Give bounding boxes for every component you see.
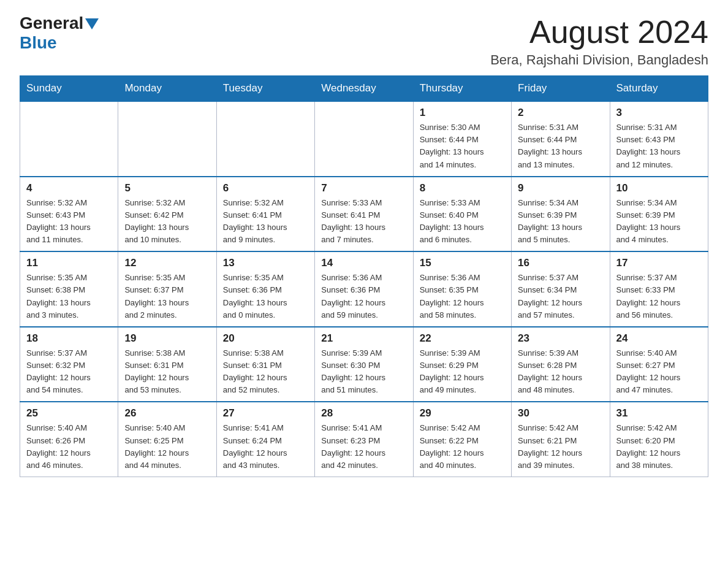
table-row: 6Sunrise: 5:32 AMSunset: 6:41 PMDaylight…	[216, 177, 314, 252]
table-row: 20Sunrise: 5:38 AMSunset: 6:31 PMDayligh…	[216, 327, 314, 402]
day-info: Sunrise: 5:42 AMSunset: 6:22 PMDaylight:…	[420, 422, 505, 472]
day-number: 17	[616, 257, 702, 269]
day-number: 7	[321, 182, 406, 194]
table-row: 25Sunrise: 5:40 AMSunset: 6:26 PMDayligh…	[20, 402, 118, 477]
table-row	[20, 101, 118, 177]
day-info: Sunrise: 5:37 AMSunset: 6:33 PMDaylight:…	[616, 272, 702, 321]
day-number: 3	[616, 107, 702, 119]
day-info: Sunrise: 5:42 AMSunset: 6:20 PMDaylight:…	[616, 422, 702, 472]
day-number: 31	[616, 407, 702, 419]
day-number: 8	[420, 182, 505, 194]
day-info: Sunrise: 5:30 AMSunset: 6:44 PMDaylight:…	[420, 121, 505, 171]
day-info: Sunrise: 5:32 AMSunset: 6:43 PMDaylight:…	[26, 197, 112, 247]
day-number: 23	[518, 332, 603, 345]
col-sunday: Sunday	[20, 76, 118, 102]
logo-general-text: General	[20, 15, 83, 32]
week-row-2: 4Sunrise: 5:32 AMSunset: 6:43 PMDaylight…	[20, 177, 708, 252]
week-row-4: 18Sunrise: 5:37 AMSunset: 6:32 PMDayligh…	[20, 327, 708, 402]
logo-triangle-icon	[85, 18, 99, 29]
table-row: 1Sunrise: 5:30 AMSunset: 6:44 PMDaylight…	[413, 101, 511, 177]
location-title: Bera, Rajshahi Division, Bangladesh	[490, 52, 708, 68]
day-number: 28	[321, 407, 406, 419]
week-row-3: 11Sunrise: 5:35 AMSunset: 6:38 PMDayligh…	[20, 251, 708, 327]
day-number: 11	[26, 257, 112, 269]
table-row: 8Sunrise: 5:33 AMSunset: 6:40 PMDaylight…	[413, 177, 511, 252]
table-row: 19Sunrise: 5:38 AMSunset: 6:31 PMDayligh…	[118, 327, 216, 402]
calendar: Sunday Monday Tuesday Wednesday Thursday…	[20, 75, 708, 477]
day-info: Sunrise: 5:31 AMSunset: 6:43 PMDaylight:…	[616, 121, 702, 171]
day-info: Sunrise: 5:38 AMSunset: 6:31 PMDaylight:…	[223, 347, 308, 397]
day-number: 10	[616, 182, 702, 194]
day-number: 20	[223, 332, 308, 345]
day-info: Sunrise: 5:35 AMSunset: 6:36 PMDaylight:…	[223, 272, 308, 321]
table-row: 10Sunrise: 5:34 AMSunset: 6:39 PMDayligh…	[610, 177, 708, 252]
table-row	[315, 101, 413, 177]
day-info: Sunrise: 5:36 AMSunset: 6:36 PMDaylight:…	[321, 272, 406, 321]
day-info: Sunrise: 5:35 AMSunset: 6:37 PMDaylight:…	[124, 272, 210, 321]
day-info: Sunrise: 5:31 AMSunset: 6:44 PMDaylight:…	[518, 121, 603, 171]
table-row: 18Sunrise: 5:37 AMSunset: 6:32 PMDayligh…	[20, 327, 118, 402]
day-number: 29	[420, 407, 505, 419]
day-info: Sunrise: 5:38 AMSunset: 6:31 PMDaylight:…	[124, 347, 210, 397]
table-row	[118, 101, 216, 177]
day-number: 9	[518, 182, 603, 194]
col-thursday: Thursday	[413, 76, 511, 102]
table-row: 9Sunrise: 5:34 AMSunset: 6:39 PMDaylight…	[512, 177, 610, 252]
day-number: 24	[616, 332, 702, 345]
day-number: 25	[26, 407, 112, 419]
table-row: 5Sunrise: 5:32 AMSunset: 6:42 PMDaylight…	[118, 177, 216, 252]
day-info: Sunrise: 5:40 AMSunset: 6:25 PMDaylight:…	[124, 422, 210, 472]
logo-blue-text: Blue	[20, 33, 57, 52]
day-info: Sunrise: 5:34 AMSunset: 6:39 PMDaylight:…	[518, 197, 603, 247]
day-info: Sunrise: 5:37 AMSunset: 6:32 PMDaylight:…	[26, 347, 112, 397]
day-number: 15	[420, 257, 505, 269]
day-number: 30	[518, 407, 603, 419]
day-info: Sunrise: 5:39 AMSunset: 6:30 PMDaylight:…	[321, 347, 406, 397]
day-info: Sunrise: 5:39 AMSunset: 6:28 PMDaylight:…	[518, 347, 603, 397]
col-tuesday: Tuesday	[216, 76, 314, 102]
day-info: Sunrise: 5:34 AMSunset: 6:39 PMDaylight:…	[616, 197, 702, 247]
day-info: Sunrise: 5:33 AMSunset: 6:40 PMDaylight:…	[420, 197, 505, 247]
logo: General Blue	[20, 15, 99, 53]
table-row	[216, 101, 314, 177]
day-number: 4	[26, 182, 112, 194]
day-number: 19	[124, 332, 210, 345]
day-info: Sunrise: 5:39 AMSunset: 6:29 PMDaylight:…	[420, 347, 505, 397]
table-row: 11Sunrise: 5:35 AMSunset: 6:38 PMDayligh…	[20, 251, 118, 327]
day-number: 27	[223, 407, 308, 419]
calendar-header-row: Sunday Monday Tuesday Wednesday Thursday…	[20, 76, 708, 102]
day-number: 21	[321, 332, 406, 345]
day-number: 1	[420, 107, 505, 119]
table-row: 15Sunrise: 5:36 AMSunset: 6:35 PMDayligh…	[413, 251, 511, 327]
table-row: 30Sunrise: 5:42 AMSunset: 6:21 PMDayligh…	[512, 402, 610, 477]
month-title: August 2024	[490, 15, 708, 50]
day-number: 2	[518, 107, 603, 119]
day-info: Sunrise: 5:41 AMSunset: 6:23 PMDaylight:…	[321, 422, 406, 472]
day-info: Sunrise: 5:36 AMSunset: 6:35 PMDaylight:…	[420, 272, 505, 321]
table-row: 3Sunrise: 5:31 AMSunset: 6:43 PMDaylight…	[610, 101, 708, 177]
title-block: August 2024 Bera, Rajshahi Division, Ban…	[490, 15, 708, 68]
table-row: 7Sunrise: 5:33 AMSunset: 6:41 PMDaylight…	[315, 177, 413, 252]
week-row-1: 1Sunrise: 5:30 AMSunset: 6:44 PMDaylight…	[20, 101, 708, 177]
table-row: 21Sunrise: 5:39 AMSunset: 6:30 PMDayligh…	[315, 327, 413, 402]
col-saturday: Saturday	[610, 76, 708, 102]
day-number: 18	[26, 332, 112, 345]
table-row: 17Sunrise: 5:37 AMSunset: 6:33 PMDayligh…	[610, 251, 708, 327]
table-row: 31Sunrise: 5:42 AMSunset: 6:20 PMDayligh…	[610, 402, 708, 477]
day-number: 13	[223, 257, 308, 269]
day-info: Sunrise: 5:42 AMSunset: 6:21 PMDaylight:…	[518, 422, 603, 472]
day-info: Sunrise: 5:32 AMSunset: 6:41 PMDaylight:…	[223, 197, 308, 247]
day-info: Sunrise: 5:40 AMSunset: 6:26 PMDaylight:…	[26, 422, 112, 472]
table-row: 12Sunrise: 5:35 AMSunset: 6:37 PMDayligh…	[118, 251, 216, 327]
table-row: 28Sunrise: 5:41 AMSunset: 6:23 PMDayligh…	[315, 402, 413, 477]
header: General Blue August 2024 Bera, Rajshahi …	[20, 15, 708, 68]
table-row: 4Sunrise: 5:32 AMSunset: 6:43 PMDaylight…	[20, 177, 118, 252]
day-info: Sunrise: 5:33 AMSunset: 6:41 PMDaylight:…	[321, 197, 406, 247]
table-row: 26Sunrise: 5:40 AMSunset: 6:25 PMDayligh…	[118, 402, 216, 477]
day-info: Sunrise: 5:32 AMSunset: 6:42 PMDaylight:…	[124, 197, 210, 247]
day-number: 5	[124, 182, 210, 194]
table-row: 16Sunrise: 5:37 AMSunset: 6:34 PMDayligh…	[512, 251, 610, 327]
table-row: 13Sunrise: 5:35 AMSunset: 6:36 PMDayligh…	[216, 251, 314, 327]
day-info: Sunrise: 5:37 AMSunset: 6:34 PMDaylight:…	[518, 272, 603, 321]
table-row: 27Sunrise: 5:41 AMSunset: 6:24 PMDayligh…	[216, 402, 314, 477]
